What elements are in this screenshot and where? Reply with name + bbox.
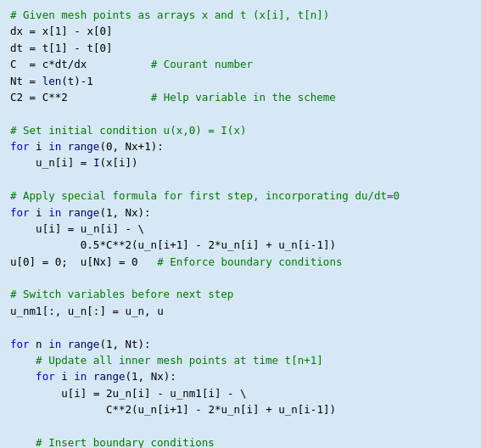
line-25: C**2(u_n[i+1] - 2*u_n[i] + u_n[i-1]) [10,403,336,416]
line-1: # Given mesh points as arrays x and t (x… [10,8,329,21]
line-15: 0.5*C**2(u_n[i+1] - 2*u_n[i] + u_n[i-1]) [10,238,336,251]
line-8: # Set initial condition u(x,0) = I(x) [10,124,246,137]
line-9: for i in range(0, Nx+1): [10,140,164,153]
line-2: dx = x[1] - x[0] [10,25,113,37]
line-18: # Switch variables before next step [10,288,233,300]
line-13: for i in range(1, Nx): [10,206,151,219]
line-14: u[i] = u_n[i] - \ [10,222,144,235]
line-23: for i in range(1, Nx): [10,370,176,383]
code-block: # Given mesh points as arrays x and t (x… [10,7,471,448]
line-19: u_nm1[:, u_n[:] = u_n, u [10,305,164,317]
line-16: u[0] = 0; u[Nx] = 0 # Enforce boundary c… [10,255,342,268]
code-container: # Given mesh points as arrays x and t (x… [0,0,481,448]
line-5: Nt = len(t)-1 [10,75,93,87]
line-3: dt = t[1] - t[0] [10,42,113,54]
line-10: u_n[i] = I(x[i]) [10,156,138,169]
line-24: u[i] = 2u_n[i] - u_nm1[i] - \ [10,387,247,400]
line-22: # Update all inner mesh points at time t… [10,354,323,367]
line-6: C2 = C**2 # Help variable in the scheme [10,91,336,104]
line-4: C = c*dt/dx # Courant number [10,58,253,70]
line-27: # Insert boundary conditions [10,436,215,448]
line-21: for n in range(1, Nt): [10,338,151,350]
line-12: # Apply special formula for first step, … [10,189,400,202]
